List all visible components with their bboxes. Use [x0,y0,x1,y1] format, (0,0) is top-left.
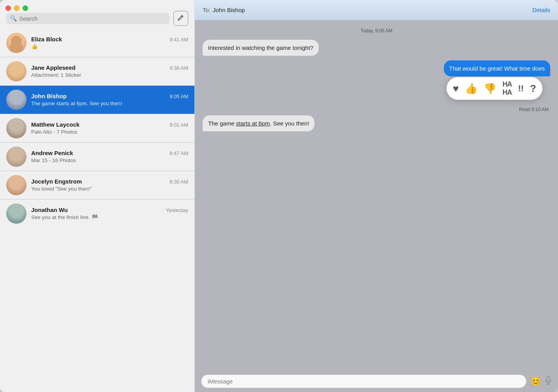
chat-header: To: John Bishop Details [195,0,558,20]
conv-info-jonathan: Jonathan Wu Yesterday See you at the fin… [31,207,188,221]
conv-header-matthew: Matthew Laycock 9:01 AM [31,121,188,128]
search-icon: 🔍 [10,15,17,21]
message-text-3-part2: . See you then! [270,120,309,127]
message-timestamp: Today, 9:05 AM [203,28,550,34]
message-text-1: Interested in watching the game tonight? [208,44,313,51]
tapback-thumbsdown[interactable]: 👎 [484,83,496,95]
conv-info-jane: Jane Appleseed 9:38 AM Attachment: 1 Sti… [31,64,188,79]
conversation-item-eliza[interactable]: Eliza Block 9:41 AM 👍 [0,29,194,57]
tapback-question[interactable]: ? [530,83,536,95]
traffic-lights [5,5,28,11]
conv-header-jocelyn: Jocelyn Engstrom 8:30 AM [31,178,188,185]
conv-name-eliza: Eliza Block [31,36,62,42]
conv-name-jane: Jane Appleseed [31,64,76,71]
chat-recipient-name: John Bishop [213,7,245,13]
conv-name-john: John Bishop [31,93,67,99]
microphone-button[interactable] [545,376,552,387]
tapback-bar: ♥ 👍 👎 HAHA !! ? [447,77,542,100]
conv-header-jane: Jane Appleseed 9:38 AM [31,64,188,71]
avatar-jonathan [6,203,26,224]
conversation-item-jocelyn[interactable]: Jocelyn Engstrom 8:30 AM You loved "See … [0,171,194,199]
tapback-haha[interactable]: HAHA [502,80,512,97]
sidebar: 🔍 Eliza Block [0,0,195,392]
tapback-popup: ♥ 👍 👎 HAHA !! ? [203,77,550,100]
conv-time-john: 9:05 AM [170,94,188,99]
message-text-3-part1: The game [208,120,236,127]
conv-info-john: John Bishop 9:05 AM The game starts at 6… [31,93,188,107]
compose-icon [177,15,184,22]
sidebar-header: 🔍 [0,0,194,29]
conversation-item-andrew[interactable]: Andrew Penick 8:47 AM Mar 15 - 16 Photos [0,143,194,171]
conv-header-jonathan: Jonathan Wu Yesterday [31,207,188,213]
conv-preview-eliza: 👍 [31,43,188,50]
chat-messages: Today, 9:05 AM Interested in watching th… [195,20,558,371]
tapback-heart[interactable]: ♥ [453,83,459,95]
message-bubble-3: The game starts at 6pm. See you then! [203,115,314,131]
conv-name-jonathan: Jonathan Wu [31,207,68,213]
conv-time-andrew: 8:47 AM [170,150,188,156]
message-bubble-1: Interested in watching the game tonight? [203,40,319,56]
svg-rect-0 [547,376,550,381]
conv-preview-jocelyn: You loved "See you then!" [31,185,188,192]
avatar-matthew [6,118,26,138]
message-bubble-2: That would be great! What time does [444,60,550,76]
tapback-exclaim[interactable]: !! [518,83,524,94]
conv-preview-matthew: Palo Alto - 7 Photos [31,129,188,136]
conversation-item-matthew[interactable]: Matthew Laycock 9:01 AM Palo Alto - 7 Ph… [0,114,194,142]
conv-info-andrew: Andrew Penick 8:47 AM Mar 15 - 16 Photos [31,150,188,164]
avatar-jane [6,61,26,81]
conv-preview-jane: Attachment: 1 Sticker [31,72,188,79]
read-receipt: Read 9:10 AM [203,107,550,112]
chat-panel: To: John Bishop Details Today, 9:05 AM I… [195,0,558,392]
conv-name-andrew: Andrew Penick [31,150,73,156]
maximize-button[interactable] [23,5,28,11]
conv-header-eliza: Eliza Block 9:41 AM [31,36,188,42]
conv-preview-john: The game starts at 6pm. See you then! [31,100,188,107]
conv-header-andrew: Andrew Penick 8:47 AM [31,150,188,156]
microphone-icon [545,376,552,385]
conv-preview-andrew: Mar 15 - 16 Photos [31,157,188,164]
message-row-3: The game starts at 6pm. See you then! [203,115,550,131]
conv-time-eliza: 9:41 AM [170,37,188,42]
tapback-thumbsup[interactable]: 👍 [465,83,477,95]
conv-preview-jonathan: See you at the finish line. 🏁 [31,214,188,221]
compose-button[interactable] [173,11,188,26]
conv-info-matthew: Matthew Laycock 9:01 AM Palo Alto - 7 Ph… [31,121,188,136]
conv-time-jonathan: Yesterday [166,207,188,213]
minimize-button[interactable] [14,5,19,11]
conv-info-jocelyn: Jocelyn Engstrom 8:30 AM You loved "See … [31,178,188,192]
details-button[interactable]: Details [532,7,550,13]
chat-input-area: 😊 [195,371,558,392]
conversation-item-john[interactable]: John Bishop 9:05 AM The game starts at 6… [0,86,194,114]
imessage-input[interactable] [201,374,526,388]
conversation-list: Eliza Block 9:41 AM 👍 Jane Appleseed [0,29,194,392]
avatar-john [6,90,26,110]
conv-time-jane: 9:38 AM [170,65,188,71]
conv-name-jocelyn: Jocelyn Engstrom [31,178,82,185]
conv-info-eliza: Eliza Block 9:41 AM 👍 [31,36,188,50]
message-row-1: Interested in watching the game tonight? [203,40,550,56]
conversation-item-jane[interactable]: Jane Appleseed 9:38 AM Attachment: 1 Sti… [0,57,194,85]
message-text-2: That would be great! What time does [449,65,545,72]
avatar-eliza [6,33,26,53]
message-text-3-underline: starts at 6pm [236,120,270,127]
search-box[interactable]: 🔍 [6,13,170,24]
avatar-jocelyn [6,175,26,195]
chat-to: To: John Bishop [203,7,245,13]
main-layout: 🔍 Eliza Block [0,0,558,392]
conv-time-jocelyn: 8:30 AM [170,179,188,185]
message-row-2: That would be great! What time does [203,60,550,76]
emoji-button[interactable]: 😊 [530,376,541,387]
messages-window: 🔍 Eliza Block [0,0,558,392]
conv-time-matthew: 9:01 AM [170,122,188,128]
chat-to-label: To: [203,7,210,13]
conv-name-matthew: Matthew Laycock [31,121,79,128]
avatar-andrew [6,147,26,167]
conversation-item-jonathan[interactable]: Jonathan Wu Yesterday See you at the fin… [0,200,194,228]
close-button[interactable] [5,5,11,11]
search-input[interactable] [19,15,166,22]
conv-header-john: John Bishop 9:05 AM [31,93,188,99]
